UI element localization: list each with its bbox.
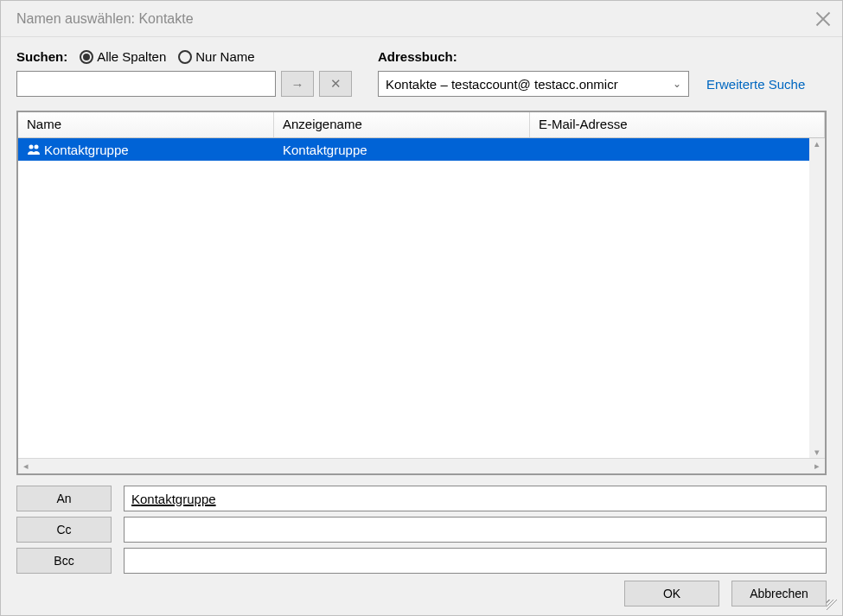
- advanced-search-link[interactable]: Erweiterte Suche: [706, 77, 805, 92]
- cell-display: Kontaktgruppe: [274, 143, 530, 157]
- clear-button[interactable]: ✕: [319, 71, 352, 97]
- close-icon: ✕: [330, 76, 342, 92]
- search-header: Suchen: Alle Spalten Nur Name: [16, 49, 352, 64]
- arrow-right-icon: →: [291, 77, 304, 92]
- cell-name-text: Kontaktgruppe: [44, 143, 129, 157]
- radio-name-only[interactable]: Nur Name: [178, 49, 254, 64]
- dialog-content: Suchen: Alle Spalten Nur Name →: [1, 37, 842, 615]
- svg-point-1: [35, 145, 39, 149]
- list-body: Kontaktgruppe Kontaktgruppe ▴ ▾: [18, 138, 825, 458]
- scroll-right-icon: ▸: [814, 460, 820, 472]
- cc-button[interactable]: Cc: [16, 517, 112, 543]
- to-button[interactable]: An: [16, 486, 112, 511]
- scroll-down-icon: ▾: [814, 447, 820, 458]
- bcc-input[interactable]: [124, 548, 827, 574]
- go-button[interactable]: →: [281, 71, 314, 97]
- cell-name: Kontaktgruppe: [18, 143, 274, 157]
- vertical-scrollbar[interactable]: ▴ ▾: [809, 138, 825, 458]
- col-name[interactable]: Name: [18, 112, 274, 137]
- contacts-list: Name Anzeigename E-Mail-Adresse Kontaktg…: [16, 111, 827, 475]
- close-icon[interactable]: [814, 10, 832, 28]
- cc-input[interactable]: [124, 517, 827, 543]
- top-controls: Suchen: Alle Spalten Nur Name →: [16, 49, 827, 97]
- search-input[interactable]: [16, 71, 276, 97]
- column-headers: Name Anzeigename E-Mail-Adresse: [18, 112, 825, 138]
- search-block: Suchen: Alle Spalten Nur Name →: [16, 49, 352, 97]
- radio-all-columns[interactable]: Alle Spalten: [80, 49, 166, 64]
- resize-grip-icon[interactable]: [827, 600, 839, 612]
- addressbook-dropdown[interactable]: Kontakte – testaccount@ testacc.onmicr ⌄: [378, 71, 689, 97]
- bcc-button[interactable]: Bcc: [16, 548, 112, 574]
- col-display[interactable]: Anzeigename: [274, 112, 530, 137]
- horizontal-scrollbar[interactable]: ◂ ▸: [18, 458, 825, 473]
- dialog-footer: OK Abbrechen: [16, 574, 827, 606]
- contact-group-icon: [27, 143, 41, 156]
- addressbook-label: Adressbuch:: [378, 49, 805, 64]
- addressbook-block: Adressbuch: Kontakte – testaccount@ test…: [378, 49, 805, 97]
- table-row[interactable]: Kontaktgruppe Kontaktgruppe: [18, 138, 825, 161]
- addressbook-selected: Kontakte – testaccount@ testacc.onmicr: [386, 77, 618, 92]
- chevron-down-icon: ⌄: [673, 78, 681, 90]
- bcc-row: Bcc: [16, 548, 827, 574]
- col-email[interactable]: E-Mail-Adresse: [530, 112, 825, 137]
- to-row: An: [16, 486, 827, 511]
- scroll-up-icon: ▴: [814, 138, 820, 149]
- cc-row: Cc: [16, 517, 827, 543]
- dialog-title: Namen auswählen: Kontakte: [16, 11, 194, 27]
- recipient-fields: An Cc Bcc: [16, 486, 827, 574]
- radio-dot-icon: [178, 50, 192, 64]
- search-label: Suchen:: [16, 49, 67, 64]
- addressbook-row: Kontakte – testaccount@ testacc.onmicr ⌄…: [378, 71, 805, 97]
- cancel-button[interactable]: Abbrechen: [731, 581, 827, 606]
- select-names-dialog: Namen auswählen: Kontakte Suchen: Alle S…: [0, 0, 843, 616]
- titlebar: Namen auswählen: Kontakte: [1, 1, 842, 37]
- to-input[interactable]: [124, 486, 827, 511]
- radio-name-label: Nur Name: [195, 49, 254, 64]
- search-input-row: → ✕: [16, 71, 352, 97]
- radio-dot-icon: [80, 50, 93, 64]
- radio-all-label: Alle Spalten: [97, 49, 166, 64]
- svg-point-0: [29, 145, 34, 149]
- scroll-left-icon: ◂: [23, 460, 29, 472]
- ok-button[interactable]: OK: [624, 581, 719, 606]
